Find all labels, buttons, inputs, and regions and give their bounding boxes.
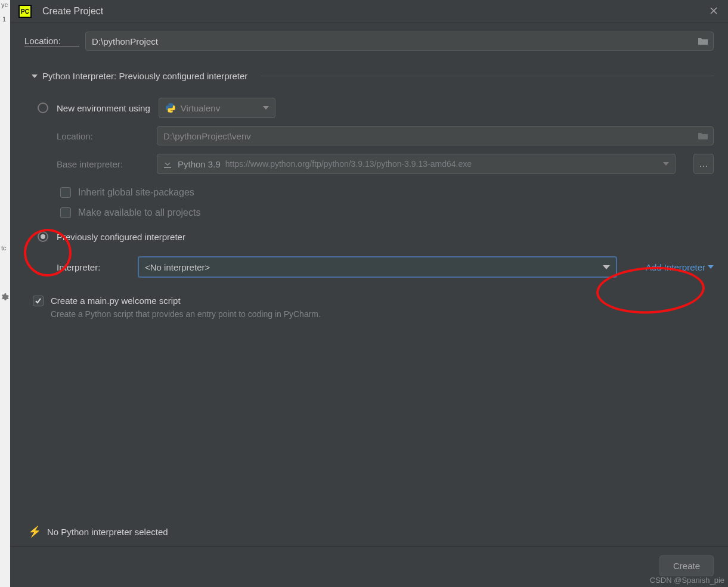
make-available-label: Make available to all projects [78,207,200,218]
chevron-down-icon [708,265,714,269]
prev-label: Previously configured interpreter [57,232,185,242]
env-type-dropdown[interactable]: Virtualenv [159,98,275,118]
welcome-label: Create a main.py welcome script [51,296,321,306]
base-interpreter-main: Python 3.9 [178,159,221,169]
make-available-checkbox-row: Make available to all projects [60,207,714,218]
new-env-label: New environment using [57,103,150,113]
interpreter-dropdown[interactable]: <No interpreter> [138,256,617,278]
divider-line [261,76,714,76]
prev-radio-row[interactable]: Previously configured interpreter [38,231,714,242]
base-interpreter-sub: https://www.python.org/ftp/python/3.9.13… [225,159,472,169]
interpreter-section-header[interactable]: Python Interpreter: Previously configure… [32,71,714,81]
base-interpreter-dropdown: Python 3.9 https://www.python.org/ftp/py… [157,154,676,174]
folder-icon[interactable] [698,37,708,45]
location-label: Location: [24,36,79,46]
welcome-sublabel: Create a Python script that provides an … [51,309,321,319]
interpreter-value: <No interpreter> [145,262,210,272]
interpreter-label: Interpreter: [57,262,126,272]
chevron-down-icon [663,162,669,166]
env-type-value: Virtualenv [181,103,220,113]
env-location-value: D:\pythonProject\venv [163,131,251,141]
gear-icon [1,293,9,302]
warning-row: ⚡ No Python interpreter selected [24,519,714,544]
add-interpreter-link[interactable]: Add Interpreter [646,262,714,272]
download-icon [163,160,172,168]
chevron-down-icon [603,265,610,269]
radio-prev-configured[interactable] [38,231,48,242]
section-title: Python Interpreter: Previously configure… [42,71,247,81]
background-window-strip: yc 1 tc [0,0,10,587]
inherit-checkbox-row: Inherit global site-packages [60,187,714,198]
strip-text: yc [0,0,10,10]
lightning-icon: ⚡ [28,525,41,538]
dialog-titlebar: PC Create Project [10,0,728,23]
create-button[interactable]: Create [659,555,714,576]
close-icon[interactable] [709,6,720,17]
welcome-checkbox[interactable] [33,296,44,306]
add-interpreter-label: Add Interpreter [646,262,705,272]
inherit-label: Inherit global site-packages [78,187,194,198]
radio-new-env[interactable] [38,103,48,113]
chevron-down-icon [32,73,38,79]
env-location-input: D:\pythonProject\venv [157,126,714,145]
welcome-script-row[interactable]: Create a main.py welcome script Create a… [33,296,714,319]
browse-button: … [693,154,714,174]
folder-icon [698,132,708,140]
new-env-radio-row[interactable]: New environment using Virtualenv [38,98,714,118]
chevron-down-icon [263,106,269,110]
location-input[interactable]: D:\pythonProject [85,32,714,51]
warning-text: No Python interpreter selected [47,527,168,537]
create-project-dialog: PC Create Project Location: D:\pythonPro… [10,0,728,587]
strip-text: 1 [0,10,10,29]
location-value: D:\pythonProject [92,36,158,46]
base-interpreter-label: Base interpreter: [57,159,145,169]
pycharm-icon: PC [18,5,32,18]
env-location-label: Location: [57,131,145,141]
strip-text: tc [1,244,7,251]
inherit-checkbox [60,187,71,198]
make-available-checkbox [60,207,71,218]
python-icon [165,103,176,113]
dialog-title: Create Project [42,6,709,17]
watermark: CSDN @Spanish_pie [650,576,724,585]
